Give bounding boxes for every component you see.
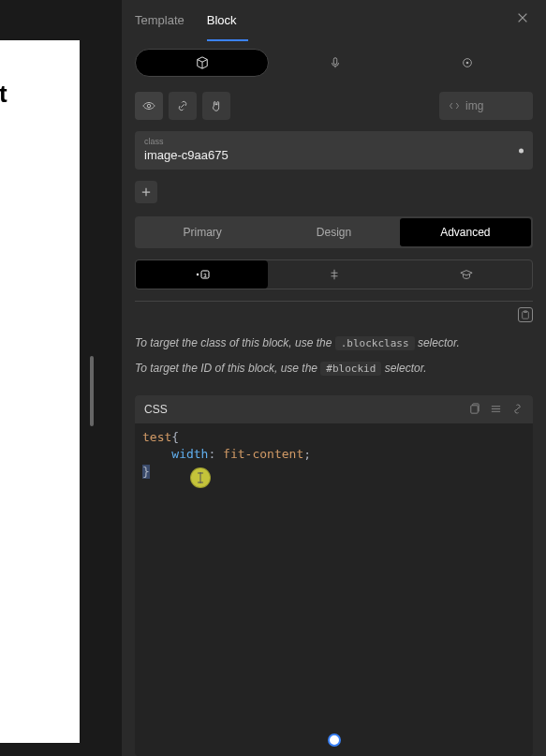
section-tab-design[interactable]: Design: [268, 218, 399, 246]
class-field-label: class: [144, 137, 524, 146]
hand-icon: [210, 99, 223, 112]
tab-template[interactable]: Template: [135, 0, 196, 41]
advanced-css-pill[interactable]: 3: [136, 260, 268, 289]
visibility-toggle[interactable]: [135, 92, 163, 120]
section-tab-advanced[interactable]: Advanced: [400, 218, 531, 246]
help-class-code: .blockclass: [335, 336, 415, 350]
svg-point-2: [147, 104, 151, 108]
svg-point-3: [196, 274, 198, 275]
class-field-value: image-c9aa675: [144, 148, 524, 162]
mode-target-button[interactable]: [401, 49, 533, 77]
visibility-row: img: [122, 86, 546, 126]
canvas-page[interactable]: akt: [0, 40, 80, 743]
canvas-area: akt: [0, 0, 122, 756]
code-icon: [449, 100, 460, 111]
target-icon: [461, 56, 474, 69]
help-class-prefix: To target the class of this block, use t…: [135, 336, 335, 349]
link-icon: [176, 99, 189, 112]
code-open-brace: {: [171, 430, 179, 444]
editor-copy-button[interactable]: [468, 403, 480, 415]
css-editor-header: CSS: [135, 395, 533, 423]
editor-format-button[interactable]: [490, 403, 502, 415]
tab-block[interactable]: Block: [207, 0, 248, 41]
element-type-chip[interactable]: img: [439, 92, 533, 120]
canvas-text: akt: [0, 80, 7, 109]
section-tab-primary[interactable]: Primary: [137, 218, 268, 246]
help-id-code: #blockid: [320, 362, 381, 376]
advanced-mode-row: 3: [135, 259, 533, 289]
eye-icon: [142, 99, 155, 112]
section-tabs: Primary Design Advanced: [135, 216, 533, 248]
code-selector: test: [142, 430, 171, 444]
class-field-indicator: [519, 148, 524, 153]
pointer-toggle[interactable]: [202, 92, 230, 120]
add-class-button[interactable]: [135, 181, 157, 203]
help-class-suffix: selector.: [415, 336, 460, 349]
mode-element-button[interactable]: [135, 49, 269, 77]
editor-link-button[interactable]: [511, 403, 524, 415]
help-id-prefix: To target the ID of this block, use the: [135, 362, 320, 375]
section-divider: [135, 301, 533, 322]
close-panel-button[interactable]: [516, 11, 535, 30]
cube-icon: [196, 56, 209, 69]
help-text-class: To target the class of this block, use t…: [135, 335, 533, 351]
inspector-tabs: Template Block: [122, 0, 546, 41]
cursor-indicator: [190, 467, 211, 488]
inspector-panel: Template Block: [122, 0, 546, 756]
class-field[interactable]: class image-c9aa675: [135, 131, 533, 170]
panel-resize-handle[interactable]: [90, 356, 94, 426]
css-editor: CSS test{ width: fit-content; }: [135, 395, 533, 756]
plus-icon: [141, 187, 151, 197]
advanced-align-pill[interactable]: [268, 260, 400, 289]
graduation-cap-icon: [460, 268, 473, 281]
mic-icon: [329, 56, 342, 69]
code-colon: :: [208, 447, 223, 461]
svg-text:3: 3: [203, 273, 207, 278]
css-editor-title: CSS: [144, 403, 168, 416]
element-type-label: img: [465, 99, 483, 112]
css-icon: 3: [194, 268, 211, 281]
advanced-grad-pill[interactable]: [400, 260, 532, 289]
clipboard-icon[interactable]: [518, 307, 533, 322]
code-value: fit-content: [223, 447, 303, 461]
code-semicolon: ;: [303, 447, 311, 461]
mode-interaction-button[interactable]: [269, 49, 401, 77]
help-id-suffix: selector.: [381, 362, 426, 375]
code-close-brace: }: [142, 465, 150, 479]
svg-point-1: [465, 62, 468, 65]
link-toggle[interactable]: [169, 92, 197, 120]
code-prop: width: [171, 447, 208, 461]
editor-loading-indicator: [328, 734, 341, 747]
help-text-id: To target the ID of this block, use the …: [135, 361, 533, 377]
mode-row: [122, 41, 546, 86]
align-center-icon: [328, 268, 341, 281]
svg-rect-8: [471, 406, 478, 413]
